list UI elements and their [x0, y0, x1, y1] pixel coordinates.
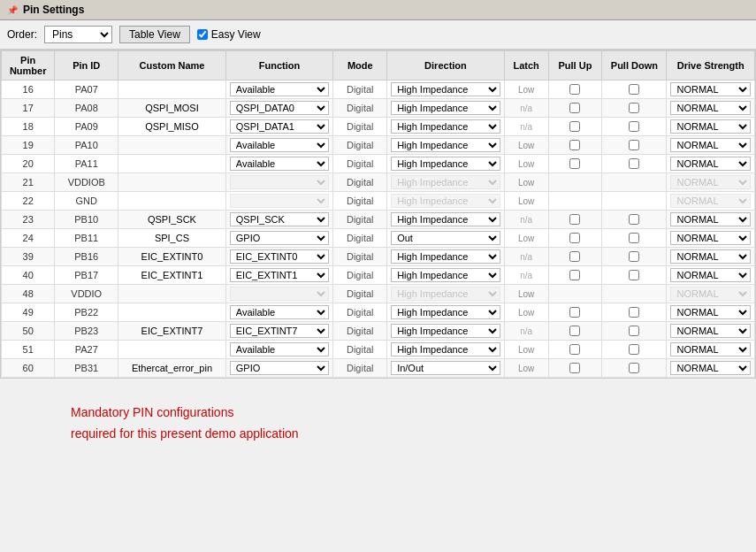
- cell-function[interactable]: Available: [225, 303, 333, 322]
- direction-select[interactable]: High Impedance: [391, 268, 500, 282]
- cell-direction[interactable]: High Impedance: [387, 266, 505, 285]
- direction-select[interactable]: High Impedance: [391, 101, 500, 115]
- pull-down-checkbox[interactable]: [629, 84, 639, 95]
- drive-select[interactable]: NORMAL: [670, 361, 751, 375]
- easy-view-checkbox[interactable]: [197, 29, 208, 40]
- pull-up-checkbox[interactable]: [569, 307, 580, 318]
- drive-select[interactable]: NORMAL: [670, 268, 751, 282]
- pull-up-checkbox[interactable]: [569, 326, 580, 336]
- drive-select[interactable]: NORMAL: [670, 157, 751, 171]
- cell-drive-strength[interactable]: NORMAL: [667, 80, 755, 99]
- function-select[interactable]: QSPI_DATA0: [230, 101, 330, 115]
- cell-pull-up[interactable]: [548, 266, 602, 285]
- direction-select[interactable]: High Impedance: [391, 157, 500, 171]
- cell-direction[interactable]: High Impedance: [387, 248, 505, 266]
- drive-select[interactable]: NORMAL: [670, 231, 751, 245]
- cell-pull-up[interactable]: [548, 118, 602, 136]
- cell-drive-strength[interactable]: NORMAL: [667, 322, 755, 341]
- pull-down-checkbox[interactable]: [629, 307, 639, 318]
- cell-pull-up[interactable]: [548, 229, 602, 248]
- cell-drive-strength[interactable]: NORMAL: [667, 248, 755, 266]
- cell-pull-up[interactable]: [548, 211, 602, 229]
- cell-pull-down[interactable]: [602, 322, 667, 341]
- direction-select[interactable]: High Impedance: [391, 119, 500, 134]
- cell-pull-down[interactable]: [602, 341, 667, 359]
- cell-drive-strength[interactable]: NORMAL: [667, 99, 755, 118]
- cell-direction[interactable]: High Impedance: [387, 136, 505, 155]
- drive-select[interactable]: NORMAL: [670, 212, 751, 226]
- cell-pull-up[interactable]: [548, 99, 602, 118]
- pull-down-checkbox[interactable]: [629, 121, 639, 132]
- cell-direction[interactable]: High Impedance: [387, 322, 505, 341]
- cell-function[interactable]: QSPI_DATA0: [225, 99, 333, 118]
- cell-pull-up[interactable]: [548, 136, 602, 155]
- cell-function[interactable]: GPIO: [225, 229, 333, 248]
- cell-direction[interactable]: High Impedance: [387, 303, 505, 322]
- direction-select[interactable]: High Impedance: [391, 305, 500, 319]
- cell-pull-up[interactable]: [548, 359, 602, 378]
- pull-down-checkbox[interactable]: [629, 214, 639, 225]
- cell-drive-strength[interactable]: NORMAL: [667, 303, 755, 322]
- cell-pull-down[interactable]: [602, 99, 667, 118]
- pull-down-checkbox[interactable]: [629, 140, 639, 150]
- cell-direction[interactable]: In/Out: [387, 359, 505, 378]
- pull-up-checkbox[interactable]: [569, 214, 580, 225]
- function-select[interactable]: Available: [230, 305, 330, 319]
- cell-direction[interactable]: High Impedance: [387, 341, 505, 359]
- function-select[interactable]: Available: [230, 342, 330, 356]
- function-select[interactable]: Available: [230, 138, 330, 152]
- direction-select[interactable]: High Impedance: [391, 249, 500, 264]
- pull-up-checkbox[interactable]: [569, 233, 580, 243]
- cell-direction[interactable]: High Impedance: [387, 99, 505, 118]
- direction-select[interactable]: Out: [391, 231, 500, 245]
- pull-down-checkbox[interactable]: [629, 103, 639, 113]
- cell-pull-up[interactable]: [548, 248, 602, 266]
- pull-down-checkbox[interactable]: [629, 326, 639, 336]
- pull-up-checkbox[interactable]: [569, 344, 580, 355]
- function-select[interactable]: GPIO: [230, 231, 330, 245]
- drive-select[interactable]: NORMAL: [670, 138, 751, 152]
- pull-up-checkbox[interactable]: [569, 363, 580, 373]
- function-select[interactable]: Available: [230, 157, 330, 171]
- cell-direction[interactable]: High Impedance: [387, 211, 505, 229]
- direction-select[interactable]: High Impedance: [391, 82, 500, 96]
- order-select[interactable]: Pins Function Custom: [44, 26, 112, 43]
- cell-function[interactable]: Available: [225, 136, 333, 155]
- cell-pull-down[interactable]: [602, 266, 667, 285]
- function-select[interactable]: GPIO: [230, 361, 330, 375]
- cell-drive-strength[interactable]: NORMAL: [667, 155, 755, 173]
- drive-select[interactable]: NORMAL: [670, 82, 751, 96]
- pull-up-checkbox[interactable]: [569, 121, 580, 132]
- pull-up-checkbox[interactable]: [569, 84, 580, 95]
- cell-pull-down[interactable]: [602, 80, 667, 99]
- cell-function[interactable]: EIC_EXTINT1: [225, 266, 333, 285]
- pull-up-checkbox[interactable]: [569, 270, 580, 280]
- function-select[interactable]: QSPI_SCK: [230, 212, 330, 226]
- cell-pull-down[interactable]: [602, 155, 667, 173]
- function-select[interactable]: EIC_EXTINT0: [230, 249, 330, 264]
- cell-pull-up[interactable]: [548, 80, 602, 99]
- cell-drive-strength[interactable]: NORMAL: [667, 136, 755, 155]
- cell-function[interactable]: EIC_EXTINT0: [225, 248, 333, 266]
- cell-function[interactable]: Available: [225, 155, 333, 173]
- direction-select[interactable]: In/Out: [391, 361, 500, 375]
- cell-pull-down[interactable]: [602, 248, 667, 266]
- cell-pull-up[interactable]: [548, 303, 602, 322]
- pull-up-checkbox[interactable]: [569, 158, 580, 169]
- drive-select[interactable]: NORMAL: [670, 119, 751, 134]
- cell-pull-down[interactable]: [602, 136, 667, 155]
- pull-down-checkbox[interactable]: [629, 344, 639, 355]
- cell-drive-strength[interactable]: NORMAL: [667, 211, 755, 229]
- cell-direction[interactable]: High Impedance: [387, 80, 505, 99]
- direction-select[interactable]: High Impedance: [391, 342, 500, 356]
- cell-pull-down[interactable]: [602, 359, 667, 378]
- table-view-button[interactable]: Table View: [119, 26, 190, 43]
- cell-drive-strength[interactable]: NORMAL: [667, 118, 755, 136]
- cell-function[interactable]: Available: [225, 80, 333, 99]
- function-select[interactable]: QSPI_DATA1: [230, 119, 330, 134]
- pull-down-checkbox[interactable]: [629, 363, 639, 373]
- cell-direction[interactable]: High Impedance: [387, 155, 505, 173]
- function-select[interactable]: EIC_EXTINT7: [230, 324, 330, 338]
- pull-up-checkbox[interactable]: [569, 251, 580, 262]
- direction-select[interactable]: High Impedance: [391, 212, 500, 226]
